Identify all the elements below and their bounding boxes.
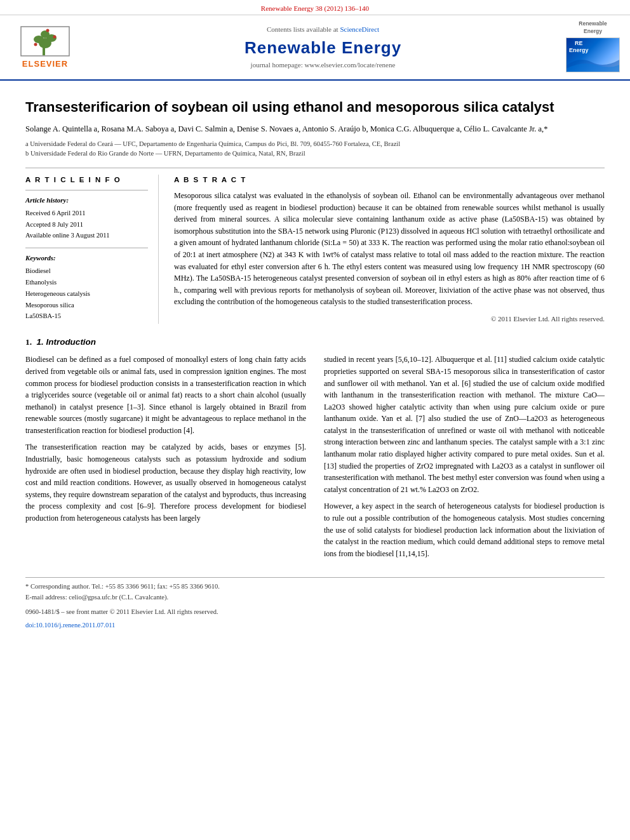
keywords-label: Keywords: bbox=[25, 252, 148, 264]
doi-line: doi:10.1016/j.renene.2011.07.011 bbox=[25, 620, 605, 631]
divider bbox=[25, 168, 605, 168]
article-info-col: A R T I C L E I N F O Article history: R… bbox=[25, 175, 159, 324]
journal-header: ELSEVIER Contents lists available at Sci… bbox=[0, 15, 630, 81]
info-abstract-cols: A R T I C L E I N F O Article history: R… bbox=[25, 175, 605, 324]
article-title: Transesterificarion of soybean oil using… bbox=[25, 98, 605, 117]
abstract-col: A B S T R A C T Mesoporous silica cataly… bbox=[174, 175, 605, 324]
footnote-area: * Corresponding author. Tel.: +55 85 336… bbox=[25, 577, 605, 630]
intro-heading: 1. 1. Introduction bbox=[25, 337, 605, 349]
issn-line: 0960-1481/$ – see front matter © 2011 El… bbox=[25, 607, 605, 618]
journal-title: Renewable Energy bbox=[80, 36, 566, 59]
intro-left-col: Biodiesel can be defined as a fuel compo… bbox=[25, 354, 306, 564]
keywords-section: Keywords: Biodiesel Ethanolysis Heteroge… bbox=[25, 248, 148, 322]
abstract-label: A B S T R A C T bbox=[174, 175, 605, 185]
abstract-text: Mesoporous silica catalyst was evaluated… bbox=[174, 190, 605, 308]
history-label: Article history: bbox=[25, 194, 148, 206]
intro-columns: Biodiesel can be defined as a fuel compo… bbox=[25, 354, 605, 564]
footnote-star-line: * Corresponding author. Tel.: +55 85 336… bbox=[25, 582, 605, 592]
intro-heading-text: 1. Introduction bbox=[36, 337, 96, 347]
svg-point-6 bbox=[53, 35, 57, 38]
elsevier-name-text: ELSEVIER bbox=[22, 58, 68, 70]
intro-para-3: studied in recent years [5,6,10–12]. Alb… bbox=[324, 354, 605, 495]
re-cover-image: REEnergy bbox=[566, 37, 620, 72]
svg-rect-0 bbox=[43, 48, 45, 55]
article-info-label: A R T I C L E I N F O bbox=[25, 175, 148, 185]
keyword-1: Biodiesel bbox=[25, 265, 148, 277]
affil-b: b Universidade Federal do Rio Grande do … bbox=[25, 149, 605, 159]
re-logo: RenewableEnergy REEnergy bbox=[566, 20, 620, 74]
journal-homepage: journal homepage: www.elsevier.com/locat… bbox=[80, 60, 566, 70]
svg-point-5 bbox=[34, 43, 37, 46]
affiliations: a Universidade Federal do Ceará — UFC, D… bbox=[25, 139, 605, 159]
keyword-5: La50SBA-15 bbox=[25, 310, 148, 322]
copyright-line: © 2011 Elsevier Ltd. All rights reserved… bbox=[174, 314, 605, 324]
affil-a: a Universidade Federal do Ceará — UFC, D… bbox=[25, 139, 605, 149]
keyword-3: Heterogeneous catalysis bbox=[25, 288, 148, 300]
intro-para-2: The transesterification reaction may be … bbox=[25, 441, 306, 524]
keyword-4: Mesoporous silica bbox=[25, 300, 148, 311]
footnote-email-line: E-mail address: celio@gpsa.ufc.br (C.L. … bbox=[25, 592, 605, 603]
accepted-date: Accepted 8 July 2011 bbox=[25, 219, 148, 230]
main-content: Transesterificarion of soybean oil using… bbox=[0, 81, 630, 643]
sciencedirect-link[interactable]: ScienceDirect bbox=[340, 25, 379, 33]
svg-point-7 bbox=[46, 29, 50, 32]
available-date: Available online 3 August 2011 bbox=[25, 230, 148, 241]
keyword-2: Ethanolysis bbox=[25, 277, 148, 288]
received-date: Received 6 April 2011 bbox=[25, 208, 148, 219]
article-history: Article history: Received 6 April 2011 A… bbox=[25, 190, 148, 241]
intro-para-4: However, a key aspect in the search of h… bbox=[324, 500, 605, 559]
introduction-section: 1. 1. Introduction Biodiesel can be defi… bbox=[25, 337, 605, 564]
intro-para-1: Biodiesel can be defined as a fuel compo… bbox=[25, 354, 306, 436]
journal-center-block: Contents lists available at ScienceDirec… bbox=[80, 25, 566, 70]
elsevier-logo: ELSEVIER bbox=[10, 25, 80, 70]
authors-line: Solange A. Quintella a, Rosana M.A. Sabo… bbox=[25, 123, 605, 135]
sciencedirect-line: Contents lists available at ScienceDirec… bbox=[80, 25, 566, 34]
intro-right-col: studied in recent years [5,6,10–12]. Alb… bbox=[324, 354, 605, 564]
journal-reference: Renewable Energy 38 (2012) 136–140 bbox=[0, 0, 630, 15]
